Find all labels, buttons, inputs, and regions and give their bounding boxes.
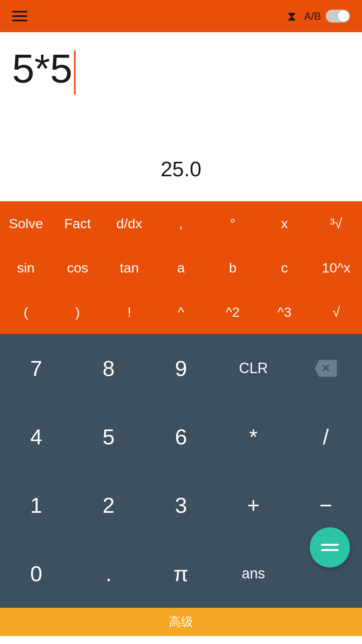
orange-row-3: ( ) ! ^ ^2 ^3 √ — [0, 290, 362, 334]
key-0[interactable]: 0 — [0, 539, 72, 608]
key-tan[interactable]: tan — [103, 246, 155, 290]
keyboard-wrapper: 7 8 9 CLR ✕ 4 5 6 * / 1 2 3 + − 0 . π — [0, 334, 362, 608]
bottom-bar-label: 高级 — [169, 614, 193, 630]
key-plus[interactable]: + — [217, 471, 290, 539]
header-right: ⧗︎ A/B — [287, 9, 350, 24]
dark-row-2: 4 5 6 * / — [0, 402, 362, 471]
key-9[interactable]: 9 — [145, 334, 217, 402]
display-area: 5*5 25.0 — [0, 32, 362, 201]
key-fact[interactable]: Fact — [52, 201, 104, 246]
key-10px[interactable]: 10^x — [310, 246, 362, 290]
dark-row-4: 0 . π ans — [0, 539, 362, 608]
key-ddx[interactable]: d/dx — [103, 201, 155, 246]
orange-row-1: Solve Fact d/dx , ° x ³√ — [0, 201, 362, 246]
key-dot[interactable]: . — [72, 539, 145, 608]
app-header: ⧗︎ A/B — [0, 0, 362, 32]
key-x[interactable]: x — [259, 201, 311, 246]
key-rparen[interactable]: ) — [52, 290, 104, 334]
key-caret[interactable]: ^ — [155, 290, 207, 334]
backspace-icon: ✕ — [315, 360, 337, 377]
expression-area: 5*5 — [12, 40, 350, 157]
key-a[interactable]: a — [155, 246, 207, 290]
key-4[interactable]: 4 — [0, 402, 72, 471]
orange-row-2: sin cos tan a b c 10^x — [0, 246, 362, 290]
key-b[interactable]: b — [207, 246, 259, 290]
key-divide[interactable]: / — [290, 402, 362, 471]
key-cos[interactable]: cos — [52, 246, 104, 290]
dark-row-1: 7 8 9 CLR ✕ — [0, 334, 362, 402]
key-comma[interactable]: , — [155, 201, 207, 246]
bottom-bar[interactable]: 高级 — [0, 608, 362, 636]
menu-button[interactable] — [12, 11, 27, 21]
ab-toggle[interactable] — [326, 10, 350, 23]
key-cbrt[interactable]: ³√ — [310, 201, 362, 246]
text-cursor — [74, 50, 76, 95]
dark-row-3: 1 2 3 + − — [0, 471, 362, 539]
equals-fab[interactable] — [310, 527, 350, 568]
expression-text: 5*5 — [12, 48, 72, 89]
result-area: 25.0 — [12, 157, 350, 193]
key-backspace[interactable]: ✕ — [290, 334, 362, 402]
ab-label: A/B — [304, 10, 321, 23]
key-solve[interactable]: Solve — [0, 201, 52, 246]
key-ans[interactable]: ans — [217, 539, 290, 608]
key-cube[interactable]: ^3 — [259, 290, 311, 334]
key-sqrt[interactable]: √ — [310, 290, 362, 334]
key-factorial[interactable]: ! — [103, 290, 155, 334]
key-6[interactable]: 6 — [145, 402, 217, 471]
key-3[interactable]: 3 — [145, 471, 217, 539]
key-lparen[interactable]: ( — [0, 290, 52, 334]
orange-keyboard: Solve Fact d/dx , ° x ³√ sin cos tan a b… — [0, 201, 362, 334]
key-sq[interactable]: ^2 — [207, 290, 259, 334]
result-text: 25.0 — [160, 157, 201, 181]
dark-keyboard: 7 8 9 CLR ✕ 4 5 6 * / 1 2 3 + − 0 . π — [0, 334, 362, 608]
key-1[interactable]: 1 — [0, 471, 72, 539]
key-c[interactable]: c — [259, 246, 311, 290]
history-icon[interactable]: ⧗︎ — [287, 9, 296, 24]
key-7[interactable]: 7 — [0, 334, 72, 402]
key-pi[interactable]: π — [145, 539, 217, 608]
key-2[interactable]: 2 — [72, 471, 145, 539]
key-degree[interactable]: ° — [207, 201, 259, 246]
key-sin[interactable]: sin — [0, 246, 52, 290]
key-8[interactable]: 8 — [72, 334, 145, 402]
equals-icon — [321, 544, 339, 551]
key-multiply[interactable]: * — [217, 402, 290, 471]
key-5[interactable]: 5 — [72, 402, 145, 471]
key-clr[interactable]: CLR — [217, 334, 290, 402]
